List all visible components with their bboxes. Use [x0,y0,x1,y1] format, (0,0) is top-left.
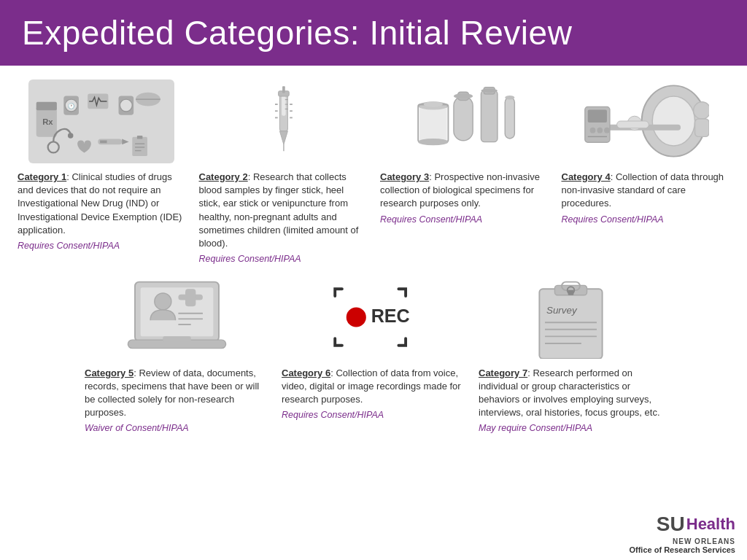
category-3-text: Category 3: Prospective non-invasive col… [380,171,549,226]
category-6-icon-area: REC [282,273,465,361]
header: Expedited Categories: Initial Review [0,0,747,66]
category-7-icon-area: Survey [479,273,662,361]
svg-rect-62 [695,119,709,136]
svg-rect-17 [137,135,143,139]
category-4-text: Category 4: Collection of data through n… [562,171,730,226]
category-5-note: Waiver of Consent/HIPAA [85,422,268,435]
svg-point-61 [694,102,709,119]
svg-point-73 [346,307,365,327]
category-4-name: Category 4 [562,171,611,182]
svg-rect-38 [419,105,447,141]
category-3-card: Category 3: Prospective non-invasive col… [377,77,551,266]
category-3-icon-area [380,77,549,165]
svg-text:Survey: Survey [546,305,577,316]
svg-point-50 [652,96,694,146]
category-1-name: Category 1 [18,171,66,182]
svg-point-65 [154,293,171,310]
category-2-text: Category 2: Research that collects blood… [199,171,368,266]
svg-text:🕐: 🕐 [68,103,75,109]
category-6-name: Category 6 [282,368,330,378]
svg-rect-75 [539,289,602,359]
content-area: Rx 🕐 [0,66,747,443]
category-5-text: Category 5: Review of data, documents, r… [85,367,268,435]
svg-point-58 [597,128,603,133]
lsu-logo: SU Health [657,513,735,536]
category-5-icon-area [85,273,268,361]
svg-marker-23 [279,131,287,144]
svg-text:REC: REC [371,305,409,325]
footer: SU Health NEW ORLEANS Office of Research… [629,513,735,554]
category-3-note: Requires Consent/HIPAA [380,214,549,227]
svg-point-48 [506,95,515,99]
category-1-text: Category 1: Clinical studies of drugs an… [18,171,186,252]
svg-rect-79 [568,290,573,295]
svg-rect-54 [617,121,649,128]
svg-marker-14 [122,139,128,144]
bottom-row: Category 5: Review of data, documents, r… [15,273,732,435]
category-6-card: REC Category 6: Collection of data from … [279,273,468,435]
svg-point-43 [454,93,473,99]
svg-rect-56 [588,109,607,122]
svg-rect-1 [36,101,57,109]
top-row: Rx 🕐 [15,77,732,266]
svg-rect-44 [481,90,498,141]
category-5-name: Category 5 [85,368,133,378]
svg-rect-15 [100,140,107,143]
category-2-card: Category 2: Research that collects blood… [196,77,371,266]
category-1-card: Rx 🕐 [15,77,189,266]
category-4-card: Category 4: Collection of data through n… [559,77,733,266]
category-5-card: Category 5: Review of data, documents, r… [82,273,271,435]
category-1-icon-area: Rx 🕐 [18,77,186,165]
svg-rect-72 [163,336,190,342]
category-7-note: May require Consent/HIPAA [479,422,662,435]
svg-point-59 [604,128,610,133]
svg-rect-16 [133,136,148,155]
svg-rect-67 [185,289,196,306]
svg-point-57 [590,128,596,133]
svg-text:Rx: Rx [42,117,53,125]
svg-point-12 [68,133,74,139]
category-1-note: Requires Consent/HIPAA [18,240,186,253]
svg-rect-47 [506,97,515,138]
category-4-icon-area [562,77,730,165]
lsu-new-orleans-text: NEW ORLEANS [673,537,735,545]
category-3-name: Category 3 [380,171,429,182]
svg-rect-64 [140,287,213,336]
svg-point-8 [120,99,133,112]
svg-point-46 [481,88,498,93]
category-7-text: Category 7: Research performed on indivi… [479,367,662,435]
category-2-note: Requires Consent/HIPAA [199,253,368,266]
lsu-health-text: Health [686,515,735,534]
lsu-su-text: SU [657,513,685,536]
svg-point-39 [418,138,448,144]
category-2-icon-area [199,77,368,165]
category-2-name: Category 2 [199,171,248,182]
category-6-note: Requires Consent/HIPAA [282,409,465,422]
category-2-desc: : Research that collects blood samples b… [199,171,359,249]
category-7-card: Survey Category 7: Research performed on… [476,273,665,435]
office-of-research-text: Office of Research Services [629,545,735,554]
category-6-text: Category 6: Collection of data from voic… [282,367,465,422]
category-4-note: Requires Consent/HIPAA [562,214,730,227]
svg-rect-41 [454,96,473,140]
svg-point-40 [424,101,443,107]
svg-point-11 [48,141,59,152]
category-7-name: Category 7 [479,368,527,378]
page-title: Expedited Categories: Initial Review [22,13,572,52]
svg-rect-22 [282,96,286,116]
svg-rect-26 [282,86,285,93]
